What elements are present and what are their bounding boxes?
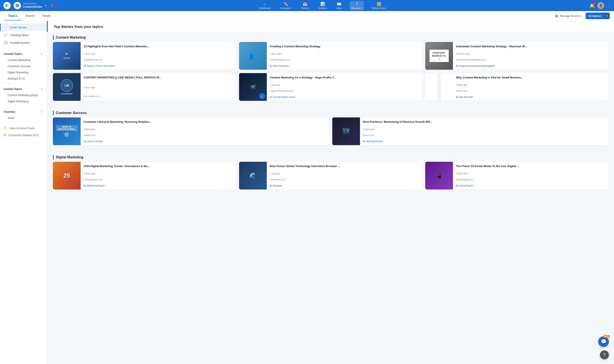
- article-card[interactable]: CONTENTMARKETIN☕ Snackable Content Marke…: [425, 42, 608, 70]
- compose-main-button[interactable]: Compose: [586, 13, 604, 19]
- media-library-icon: 🖼️: [376, 2, 381, 6]
- article-card[interactable]: Why Content Marketing is Vital for Small…: [425, 73, 608, 101]
- more-options-button[interactable]: ⋮: [607, 3, 611, 8]
- article-time: a day ago: [270, 84, 419, 86]
- section-title-content-marketing: Content Marketing: [56, 36, 86, 39]
- sidebar-item-content-marketing[interactable]: Content Marketing: [0, 57, 47, 63]
- nav-media-library[interactable]: 🖼️ Media Library: [370, 1, 387, 10]
- sidebar-item-curated-quotes[interactable]: 💬 Curated Quotes: [0, 39, 47, 46]
- sidebar-item-trending-news[interactable]: 📈 Trending News: [0, 31, 47, 39]
- article-source: hausmanmarketingletter.com: [456, 58, 605, 61]
- article-author[interactable]: By Social Expert: [456, 184, 605, 187]
- article-info: CONTENT MARKETING || LIKE MEDIA | FULL S…: [81, 73, 236, 101]
- article-author[interactable]: By Angela Hausman@marketingletter: [456, 65, 605, 67]
- sidebar-item-digital-marketing[interactable]: Digital Marketing: [0, 69, 47, 76]
- article-time: 1 day ago: [270, 172, 419, 175]
- sidebar-item-cover-stories[interactable]: 📄 Cover Stories: [0, 24, 47, 31]
- article-card[interactable]: 🌃 Best Practices: Maximizing AI Revenue …: [332, 117, 608, 145]
- nav-analyze[interactable]: 📊 Analyze: [317, 1, 328, 10]
- article-card[interactable]: 📢 ✓ Content Marketing As a Strategy - Hu…: [239, 73, 422, 101]
- article-time: 2 days ago: [84, 52, 233, 55]
- tab-search[interactable]: Search: [21, 12, 38, 20]
- favorites-header: Favorites +: [0, 108, 47, 115]
- logo-area: M WORKSPACE ContentStudio ▾ 🚩: [3, 2, 55, 9]
- add-favorites-button[interactable]: +: [41, 110, 43, 114]
- workspace-icon[interactable]: M: [14, 2, 21, 9]
- sidebar-item-startups-vc[interactable]: Startups & VC: [0, 76, 47, 82]
- nav-inbox[interactable]: ✉️ Inbox: [335, 1, 344, 10]
- tab-topics[interactable]: Topics: [4, 12, 21, 20]
- article-card[interactable]: WHAT ISLIFECYCLE MAR... ⚙️ Customer Life…: [53, 117, 329, 145]
- article-source: hugeprofitstinylist.com: [270, 90, 419, 92]
- manage-sources-button[interactable]: ⚙️ Manage Sources: [552, 13, 583, 19]
- article-card[interactable]: 📱 The Power Of Social Media To Bo Your D…: [425, 162, 608, 189]
- add-custom-topic-button[interactable]: +: [41, 87, 43, 91]
- sidebar-item-view-archived[interactable]: 📁 View Archived Posts: [0, 125, 47, 132]
- article-source: blueocean.com: [270, 178, 419, 181]
- article-source: safalta.com: [84, 134, 326, 136]
- chatbot-button[interactable]: 💬 NEW: [598, 336, 609, 347]
- article-card[interactable]: ✏NOTES 12 Highlights from Neil Patel's C…: [53, 42, 236, 70]
- nav-inbox-label: Inbox: [336, 7, 342, 9]
- sidebar-item-ideas[interactable]: Ideas: [0, 115, 47, 121]
- article-info: Blue Ocean Global Technology Interviews …: [267, 162, 422, 189]
- article-author[interactable]: By Brendan: [270, 184, 419, 187]
- nav-planner[interactable]: 📅 Planner: [299, 1, 311, 10]
- section-customer-success: Customer Success WHAT ISLIFECYCLE MAR...…: [47, 108, 614, 147]
- add-curated-topic-button[interactable]: +: [41, 52, 43, 56]
- article-info: Snackable Content Marketing Strategy - H…: [453, 42, 608, 70]
- article-thumbnail: CONTENTMARKETIN☕: [425, 42, 453, 70]
- section-title-line: [53, 35, 54, 40]
- notification-badge: 16: [592, 2, 596, 5]
- workspace-info[interactable]: WORKSPACE ContentStudio: [23, 2, 42, 9]
- user-avatar[interactable]: 👤: [597, 2, 604, 9]
- article-author[interactable]: By Dan Bischoff: [456, 96, 605, 98]
- article-thumbnail: 🌃: [332, 117, 360, 145]
- article-source: brickmarketing.com: [270, 58, 419, 61]
- discover-dropdown-icon: ▾: [361, 7, 362, 9]
- compose-split-button: Compose ▾: [586, 13, 610, 19]
- article-thumbnail: 📱: [425, 162, 453, 189]
- article-info: Creating a Content Marketing Strategy 3 …: [267, 42, 422, 70]
- article-card[interactable]: 🌊 Blue Ocean Global Technology Interview…: [239, 162, 422, 189]
- article-author[interactable]: By Austin L Church December: [84, 65, 233, 67]
- nav-dashboard[interactable]: ⌂ Dashboard: [257, 1, 272, 10]
- sidebar-item-digital-marketing-ct[interactable]: Digital Marketing: [0, 98, 47, 104]
- sidebar-item-content-marketing-blogs[interactable]: Content Marketing Blogs: [0, 92, 47, 98]
- article-thumbnail: ✏NOTES: [53, 42, 81, 70]
- article-info: 12 Highlights from Neil Patel's Content …: [81, 42, 236, 70]
- workspace-name: ContentStudio: [23, 5, 42, 9]
- nav-planner-label: Planner: [301, 7, 309, 9]
- article-thumbnail: 25: [53, 162, 81, 189]
- section-title-line: [53, 155, 54, 160]
- help-button[interactable]: ?: [600, 350, 609, 359]
- article-thumbnail: [425, 73, 453, 101]
- article-card[interactable]: 👥 Creating a Content Marketing Strategy …: [239, 42, 422, 70]
- article-card[interactable]: 25 2024 Digital Marketing Trends: Innova…: [53, 162, 236, 189]
- cover-stories-icon: 📄: [4, 25, 8, 29]
- article-author[interactable]: By Nick Stamoulis: [270, 65, 419, 67]
- article-time: 4 days ago: [363, 128, 605, 130]
- article-author[interactable]: By Connie Ragen Green: [270, 96, 419, 98]
- nav-discover[interactable]: 🔭 Discover ▾: [350, 1, 364, 10]
- section-content-marketing: Content Marketing ✏NOTES 12 Highlights f…: [47, 32, 614, 103]
- compose-dropdown-button[interactable]: ▾: [604, 13, 610, 19]
- analyze-icon: 📊: [320, 2, 325, 6]
- main-content-area: Top Stories from your topics Content Mar…: [47, 21, 614, 364]
- tab-feeds[interactable]: Feeds: [38, 12, 54, 20]
- logo-icon[interactable]: [3, 2, 11, 9]
- flag-button[interactable]: 🚩: [51, 4, 55, 8]
- section-title-line: [53, 111, 54, 115]
- nav-compose[interactable]: ✏️ Compose ▾: [278, 1, 293, 10]
- article-author[interactable]: By Rachael Kiselev: [363, 140, 605, 143]
- article-time: 3 days ago: [84, 86, 233, 89]
- article-thumbnail: LM LIKEMEDIA: [53, 73, 81, 101]
- notification-bell-button[interactable]: 🔔 16: [589, 3, 595, 8]
- sidebar-item-customize-sidebar[interactable]: ☰ Customize Sidebar (0/7): [0, 132, 47, 139]
- sidebar-item-customer-success[interactable]: Customer Success: [0, 63, 47, 69]
- article-author[interactable]: By Gaurav Tandon: [84, 140, 326, 143]
- workspace-dropdown-icon[interactable]: ▾: [45, 4, 46, 7]
- article-author[interactable]: By Marketing Expert: [84, 184, 233, 187]
- article-grid-customer-success: WHAT ISLIFECYCLE MAR... ⚙️ Customer Life…: [47, 117, 614, 147]
- article-card[interactable]: LM LIKEMEDIA CONTENT MARKETING || LIKE M…: [53, 73, 236, 101]
